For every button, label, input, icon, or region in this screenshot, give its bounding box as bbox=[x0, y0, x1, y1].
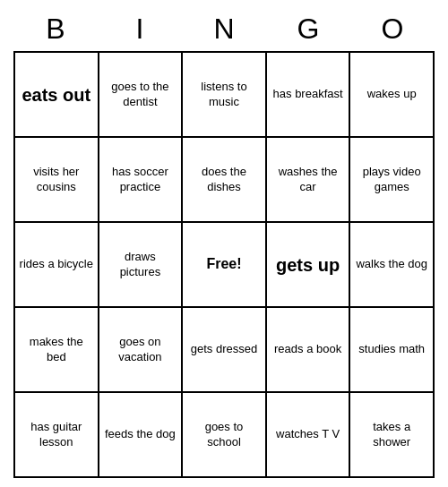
bingo-cell-9: plays video games bbox=[350, 138, 435, 223]
bingo-cell-15: makes the bed bbox=[15, 308, 99, 393]
bingo-cell-21: feeds the dog bbox=[99, 393, 184, 478]
bingo-grid: eats outgoes to the dentistlistens to mu… bbox=[13, 51, 435, 478]
bingo-cell-14: walks the dog bbox=[350, 223, 435, 308]
bingo-cell-6: has soccer practice bbox=[99, 138, 184, 223]
bingo-cell-1: goes to the dentist bbox=[99, 53, 184, 138]
bingo-header: BINGO bbox=[13, 9, 435, 49]
bingo-cell-18: reads a book bbox=[267, 308, 351, 393]
bingo-cell-4: wakes up bbox=[350, 53, 435, 138]
header-letter-b: B bbox=[13, 9, 98, 49]
bingo-cell-8: washes the car bbox=[267, 138, 351, 223]
bingo-cell-22: goes to school bbox=[183, 393, 267, 478]
bingo-cell-13: gets up bbox=[267, 223, 351, 308]
bingo-cell-12: Free! bbox=[183, 223, 267, 308]
bingo-cell-5: visits her cousins bbox=[15, 138, 99, 223]
bingo-cell-17: gets dressed bbox=[183, 308, 267, 393]
bingo-cell-24: takes a shower bbox=[350, 393, 435, 478]
bingo-cell-20: has guitar lesson bbox=[15, 393, 99, 478]
bingo-cell-11: draws pictures bbox=[99, 223, 184, 308]
header-letter-g: G bbox=[266, 9, 350, 49]
bingo-cell-2: listens to music bbox=[183, 53, 267, 138]
bingo-cell-16: goes on vacation bbox=[99, 308, 184, 393]
header-letter-n: N bbox=[182, 9, 266, 49]
bingo-cell-10: rides a bicycle bbox=[15, 223, 99, 308]
bingo-cell-23: watches T V bbox=[267, 393, 351, 478]
bingo-cell-0: eats out bbox=[15, 53, 99, 138]
bingo-cell-19: studies math bbox=[350, 308, 435, 393]
bingo-cell-3: has breakfast bbox=[267, 53, 351, 138]
bingo-cell-7: does the dishes bbox=[183, 138, 267, 223]
header-letter-o: O bbox=[350, 9, 435, 49]
header-letter-i: I bbox=[98, 9, 182, 49]
